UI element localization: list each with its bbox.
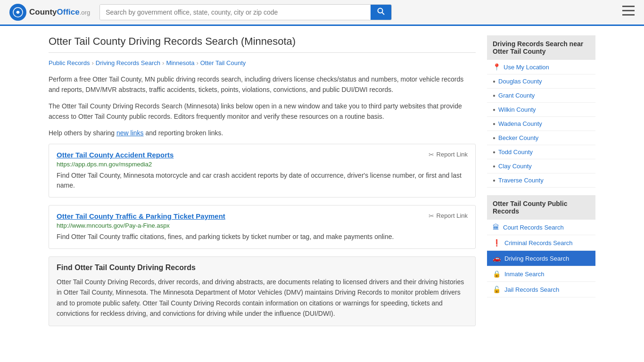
find-section-title: Find Otter Tail County Driving Records	[57, 263, 468, 272]
sidebar: Driving Records Search near Otter Tail C…	[487, 35, 595, 326]
use-my-location-link[interactable]: Use My Location	[504, 64, 549, 71]
nearby-county-link-7[interactable]: Clay County	[498, 163, 532, 170]
record-desc-1: Find Otter Tail County, Minnesota motorc…	[57, 171, 468, 190]
record-url-1[interactable]: https://app.dps.mn.gov/mspmedia2	[57, 161, 468, 168]
nearby-county-6[interactable]: ● Todd County	[487, 145, 595, 159]
court-records-link[interactable]: Court Records Search	[503, 224, 564, 231]
record-title-2[interactable]: Otter Tail County Traffic & Parking Tick…	[57, 212, 225, 220]
bullet-icon-2: ●	[493, 93, 495, 98]
use-my-location-item[interactable]: 📍 Use My Location	[487, 60, 595, 74]
breadcrumb-public-records[interactable]: Public Records	[49, 59, 90, 66]
bullet-icon-1: ●	[493, 79, 495, 84]
driving-icon: 🚗	[493, 255, 501, 262]
report-link-btn-1[interactable]: ✂ Report Link	[429, 151, 468, 158]
public-record-2[interactable]: ❗ Criminal Records Search	[487, 235, 595, 251]
report-link-btn-2[interactable]: ✂ Report Link	[429, 212, 468, 220]
page-title: Otter Tail County Driving Records Search…	[49, 35, 476, 53]
svg-point-1	[17, 11, 19, 14]
logo-area[interactable]: CountyOffice.org	[9, 4, 90, 21]
logo-icon	[9, 4, 26, 21]
report-icon-2: ✂	[429, 212, 434, 220]
logo-text-area: CountyOffice.org	[29, 8, 90, 17]
svg-rect-4	[622, 6, 635, 7]
nearby-heading: Driving Records Search near Otter Tail C…	[487, 35, 595, 60]
breadcrumb-otter-tail[interactable]: Otter Tail County	[200, 59, 246, 66]
description-1: Perform a free Otter Tail County, MN pub…	[49, 74, 476, 95]
report-label-2: Report Link	[437, 212, 468, 219]
record-url-2[interactable]: http://www.mncourts.gov/Pay-a-Fine.aspx	[57, 222, 468, 229]
description-2: The Otter Tail County Driving Records Se…	[49, 101, 476, 122]
inmate-search-link[interactable]: Inmate Search	[504, 271, 545, 278]
criminal-icon: ❗	[493, 239, 501, 247]
search-button[interactable]	[371, 5, 391, 20]
nearby-county-3[interactable]: ● Wilkin County	[487, 103, 595, 117]
description-3: Help others by sharing new links and rep…	[49, 128, 476, 138]
location-pin-icon: 📍	[493, 63, 501, 71]
driving-records-label: Driving Records Search	[504, 255, 569, 262]
bullet-icon-6: ●	[493, 149, 495, 155]
nearby-county-link-1[interactable]: Douglas County	[498, 78, 542, 85]
bullet-icon-4: ●	[493, 121, 495, 126]
nearby-county-5[interactable]: ● Becker County	[487, 131, 595, 145]
inmate-icon: 🔒	[493, 270, 501, 278]
public-record-1[interactable]: 🏛 Court Records Search	[487, 220, 595, 235]
desc3-post: and reporting broken links.	[144, 129, 223, 137]
jail-icon: 🔓	[493, 286, 501, 293]
search-input[interactable]	[100, 5, 371, 20]
nearby-county-link-3[interactable]: Wilkin County	[498, 106, 536, 113]
breadcrumb-sep-1: ›	[91, 59, 93, 66]
record-card-2: Otter Tail County Traffic & Parking Tick…	[49, 205, 476, 249]
report-icon-1: ✂	[429, 151, 434, 158]
nearby-county-8[interactable]: ● Traverse County	[487, 173, 595, 188]
nearby-section: Driving Records Search near Otter Tail C…	[487, 35, 595, 188]
bullet-icon-3: ●	[493, 107, 495, 112]
public-records-section: Otter Tail County Public Records 🏛 Court…	[487, 195, 595, 297]
nearby-county-2[interactable]: ● Grant County	[487, 89, 595, 103]
svg-rect-5	[622, 10, 635, 11]
breadcrumb-sep-3: ›	[196, 59, 198, 66]
find-section-body: Otter Tail County Driving Records, drive…	[57, 277, 468, 319]
main-container: Otter Tail County Driving Records Search…	[39, 26, 605, 336]
public-record-3[interactable]: 🚗 Driving Records Search	[487, 251, 595, 266]
public-record-4[interactable]: 🔒 Inmate Search	[487, 266, 595, 282]
jail-records-link[interactable]: Jail Records Search	[504, 286, 559, 293]
bullet-icon-5: ●	[493, 135, 495, 140]
header: CountyOffice.org	[0, 0, 644, 26]
nearby-county-link-5[interactable]: Becker County	[498, 134, 538, 141]
nearby-county-link-8[interactable]: Traverse County	[498, 177, 544, 184]
find-section: Find Otter Tail County Driving Records O…	[49, 256, 476, 326]
bullet-icon-8: ●	[493, 178, 495, 183]
bullet-icon-7: ●	[493, 164, 495, 169]
svg-rect-6	[622, 14, 635, 16]
public-records-heading: Otter Tail County Public Records	[487, 195, 595, 220]
svg-point-2	[378, 8, 383, 13]
desc3-pre: Help others by sharing	[49, 129, 116, 137]
nearby-county-link-6[interactable]: Todd County	[498, 148, 533, 156]
breadcrumb: Public Records › Driving Records Search …	[49, 59, 476, 66]
nearby-county-1[interactable]: ● Douglas County	[487, 74, 595, 89]
report-label-1: Report Link	[437, 151, 468, 158]
nearby-county-4[interactable]: ● Wadena County	[487, 117, 595, 131]
new-links-link[interactable]: new links	[116, 129, 144, 137]
record-desc-2: Find Otter Tail County traffic citations…	[57, 232, 468, 242]
content-area: Otter Tail County Driving Records Search…	[49, 35, 476, 326]
record-card-1: Otter Tail County Accident Reports ✂ Rep…	[49, 144, 476, 197]
nearby-county-link-4[interactable]: Wadena County	[498, 120, 542, 127]
criminal-records-link[interactable]: Criminal Records Search	[504, 239, 573, 247]
search-bar	[99, 4, 392, 20]
breadcrumb-sep-2: ›	[162, 59, 164, 66]
breadcrumb-minnesota[interactable]: Minnesota	[166, 59, 194, 66]
hamburger-menu-icon[interactable]	[622, 6, 635, 19]
nearby-county-link-2[interactable]: Grant County	[498, 92, 535, 99]
court-icon: 🏛	[493, 223, 499, 231]
public-record-5[interactable]: 🔓 Jail Records Search	[487, 282, 595, 297]
nearby-county-7[interactable]: ● Clay County	[487, 159, 595, 173]
svg-line-3	[382, 13, 385, 15]
record-title-1[interactable]: Otter Tail County Accident Reports	[57, 151, 173, 159]
breadcrumb-driving-records[interactable]: Driving Records Search	[96, 59, 160, 66]
